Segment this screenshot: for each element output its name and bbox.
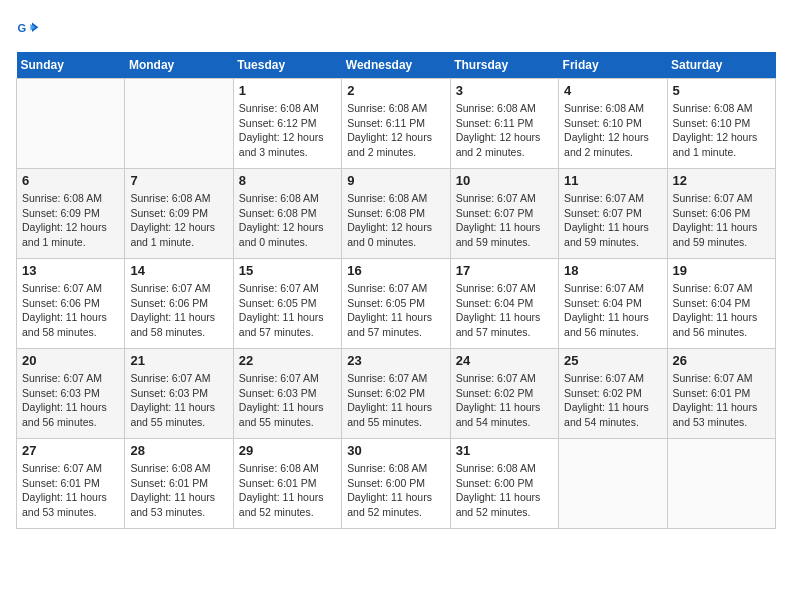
day-number: 6 (22, 173, 119, 188)
header-day-monday: Monday (125, 52, 233, 79)
calendar-cell (559, 439, 667, 529)
day-number: 5 (673, 83, 770, 98)
calendar-cell: 20Sunrise: 6:07 AM Sunset: 6:03 PM Dayli… (17, 349, 125, 439)
calendar-cell: 9Sunrise: 6:08 AM Sunset: 6:08 PM Daylig… (342, 169, 450, 259)
day-number: 15 (239, 263, 336, 278)
calendar-cell: 8Sunrise: 6:08 AM Sunset: 6:08 PM Daylig… (233, 169, 341, 259)
day-info: Sunrise: 6:08 AM Sunset: 6:01 PM Dayligh… (239, 461, 336, 520)
day-number: 24 (456, 353, 553, 368)
day-number: 26 (673, 353, 770, 368)
header-row: SundayMondayTuesdayWednesdayThursdayFrid… (17, 52, 776, 79)
header-day-sunday: Sunday (17, 52, 125, 79)
week-row-3: 13Sunrise: 6:07 AM Sunset: 6:06 PM Dayli… (17, 259, 776, 349)
day-number: 13 (22, 263, 119, 278)
calendar-cell: 26Sunrise: 6:07 AM Sunset: 6:01 PM Dayli… (667, 349, 775, 439)
calendar-cell: 27Sunrise: 6:07 AM Sunset: 6:01 PM Dayli… (17, 439, 125, 529)
calendar-cell: 15Sunrise: 6:07 AM Sunset: 6:05 PM Dayli… (233, 259, 341, 349)
day-number: 3 (456, 83, 553, 98)
day-info: Sunrise: 6:07 AM Sunset: 6:03 PM Dayligh… (22, 371, 119, 430)
day-info: Sunrise: 6:08 AM Sunset: 6:11 PM Dayligh… (347, 101, 444, 160)
day-number: 27 (22, 443, 119, 458)
day-number: 17 (456, 263, 553, 278)
day-number: 2 (347, 83, 444, 98)
day-number: 8 (239, 173, 336, 188)
day-info: Sunrise: 6:07 AM Sunset: 6:02 PM Dayligh… (347, 371, 444, 430)
calendar-cell: 21Sunrise: 6:07 AM Sunset: 6:03 PM Dayli… (125, 349, 233, 439)
day-number: 14 (130, 263, 227, 278)
calendar-cell: 23Sunrise: 6:07 AM Sunset: 6:02 PM Dayli… (342, 349, 450, 439)
day-info: Sunrise: 6:08 AM Sunset: 6:08 PM Dayligh… (347, 191, 444, 250)
day-info: Sunrise: 6:07 AM Sunset: 6:05 PM Dayligh… (239, 281, 336, 340)
day-number: 10 (456, 173, 553, 188)
day-number: 28 (130, 443, 227, 458)
day-info: Sunrise: 6:08 AM Sunset: 6:01 PM Dayligh… (130, 461, 227, 520)
logo: G (16, 16, 44, 40)
calendar-cell: 22Sunrise: 6:07 AM Sunset: 6:03 PM Dayli… (233, 349, 341, 439)
day-number: 4 (564, 83, 661, 98)
svg-text:G: G (18, 22, 27, 34)
calendar-cell: 29Sunrise: 6:08 AM Sunset: 6:01 PM Dayli… (233, 439, 341, 529)
calendar-cell: 14Sunrise: 6:07 AM Sunset: 6:06 PM Dayli… (125, 259, 233, 349)
calendar-cell: 24Sunrise: 6:07 AM Sunset: 6:02 PM Dayli… (450, 349, 558, 439)
header-day-thursday: Thursday (450, 52, 558, 79)
calendar-table: SundayMondayTuesdayWednesdayThursdayFrid… (16, 52, 776, 529)
calendar-cell: 28Sunrise: 6:08 AM Sunset: 6:01 PM Dayli… (125, 439, 233, 529)
day-info: Sunrise: 6:07 AM Sunset: 6:04 PM Dayligh… (456, 281, 553, 340)
calendar-cell: 10Sunrise: 6:07 AM Sunset: 6:07 PM Dayli… (450, 169, 558, 259)
calendar-cell: 3Sunrise: 6:08 AM Sunset: 6:11 PM Daylig… (450, 79, 558, 169)
header-day-wednesday: Wednesday (342, 52, 450, 79)
day-info: Sunrise: 6:07 AM Sunset: 6:06 PM Dayligh… (130, 281, 227, 340)
day-info: Sunrise: 6:07 AM Sunset: 6:05 PM Dayligh… (347, 281, 444, 340)
calendar-cell: 6Sunrise: 6:08 AM Sunset: 6:09 PM Daylig… (17, 169, 125, 259)
day-info: Sunrise: 6:07 AM Sunset: 6:02 PM Dayligh… (456, 371, 553, 430)
day-info: Sunrise: 6:07 AM Sunset: 6:03 PM Dayligh… (130, 371, 227, 430)
day-number: 16 (347, 263, 444, 278)
day-number: 20 (22, 353, 119, 368)
day-number: 31 (456, 443, 553, 458)
week-row-1: 1Sunrise: 6:08 AM Sunset: 6:12 PM Daylig… (17, 79, 776, 169)
logo-icon: G (16, 16, 40, 40)
day-number: 25 (564, 353, 661, 368)
week-row-5: 27Sunrise: 6:07 AM Sunset: 6:01 PM Dayli… (17, 439, 776, 529)
calendar-cell: 30Sunrise: 6:08 AM Sunset: 6:00 PM Dayli… (342, 439, 450, 529)
calendar-cell (667, 439, 775, 529)
calendar-cell: 19Sunrise: 6:07 AM Sunset: 6:04 PM Dayli… (667, 259, 775, 349)
week-row-2: 6Sunrise: 6:08 AM Sunset: 6:09 PM Daylig… (17, 169, 776, 259)
day-info: Sunrise: 6:07 AM Sunset: 6:06 PM Dayligh… (673, 191, 770, 250)
calendar-cell: 12Sunrise: 6:07 AM Sunset: 6:06 PM Dayli… (667, 169, 775, 259)
day-info: Sunrise: 6:08 AM Sunset: 6:09 PM Dayligh… (130, 191, 227, 250)
header-day-tuesday: Tuesday (233, 52, 341, 79)
calendar-cell: 11Sunrise: 6:07 AM Sunset: 6:07 PM Dayli… (559, 169, 667, 259)
calendar-cell: 4Sunrise: 6:08 AM Sunset: 6:10 PM Daylig… (559, 79, 667, 169)
day-info: Sunrise: 6:07 AM Sunset: 6:02 PM Dayligh… (564, 371, 661, 430)
day-info: Sunrise: 6:07 AM Sunset: 6:04 PM Dayligh… (564, 281, 661, 340)
day-info: Sunrise: 6:08 AM Sunset: 6:10 PM Dayligh… (673, 101, 770, 160)
day-info: Sunrise: 6:08 AM Sunset: 6:09 PM Dayligh… (22, 191, 119, 250)
calendar-cell: 1Sunrise: 6:08 AM Sunset: 6:12 PM Daylig… (233, 79, 341, 169)
day-number: 18 (564, 263, 661, 278)
calendar-cell: 31Sunrise: 6:08 AM Sunset: 6:00 PM Dayli… (450, 439, 558, 529)
calendar-cell: 17Sunrise: 6:07 AM Sunset: 6:04 PM Dayli… (450, 259, 558, 349)
day-info: Sunrise: 6:07 AM Sunset: 6:07 PM Dayligh… (456, 191, 553, 250)
calendar-cell: 7Sunrise: 6:08 AM Sunset: 6:09 PM Daylig… (125, 169, 233, 259)
day-number: 29 (239, 443, 336, 458)
calendar-cell: 2Sunrise: 6:08 AM Sunset: 6:11 PM Daylig… (342, 79, 450, 169)
calendar-cell (125, 79, 233, 169)
day-info: Sunrise: 6:08 AM Sunset: 6:00 PM Dayligh… (456, 461, 553, 520)
calendar-cell: 18Sunrise: 6:07 AM Sunset: 6:04 PM Dayli… (559, 259, 667, 349)
day-info: Sunrise: 6:08 AM Sunset: 6:08 PM Dayligh… (239, 191, 336, 250)
day-info: Sunrise: 6:08 AM Sunset: 6:10 PM Dayligh… (564, 101, 661, 160)
day-info: Sunrise: 6:08 AM Sunset: 6:12 PM Dayligh… (239, 101, 336, 160)
day-number: 1 (239, 83, 336, 98)
week-row-4: 20Sunrise: 6:07 AM Sunset: 6:03 PM Dayli… (17, 349, 776, 439)
calendar-cell: 16Sunrise: 6:07 AM Sunset: 6:05 PM Dayli… (342, 259, 450, 349)
day-info: Sunrise: 6:08 AM Sunset: 6:00 PM Dayligh… (347, 461, 444, 520)
day-number: 21 (130, 353, 227, 368)
day-info: Sunrise: 6:08 AM Sunset: 6:11 PM Dayligh… (456, 101, 553, 160)
day-info: Sunrise: 6:07 AM Sunset: 6:04 PM Dayligh… (673, 281, 770, 340)
day-number: 11 (564, 173, 661, 188)
day-info: Sunrise: 6:07 AM Sunset: 6:06 PM Dayligh… (22, 281, 119, 340)
day-info: Sunrise: 6:07 AM Sunset: 6:03 PM Dayligh… (239, 371, 336, 430)
calendar-cell: 5Sunrise: 6:08 AM Sunset: 6:10 PM Daylig… (667, 79, 775, 169)
day-number: 19 (673, 263, 770, 278)
